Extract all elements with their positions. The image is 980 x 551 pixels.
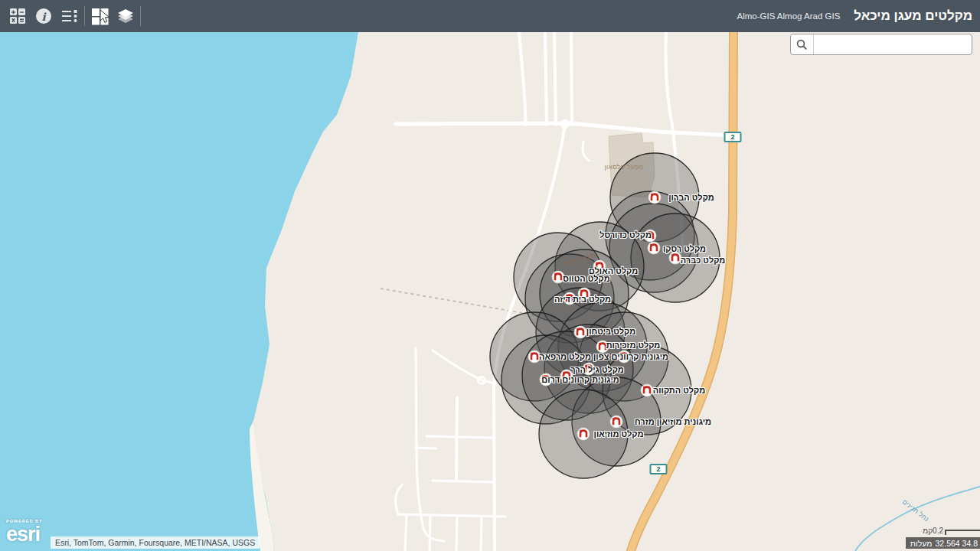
coordinate-values: 32.564 34.8 (936, 539, 978, 548)
header-toolbar: i (0, 0, 142, 32)
shelter-label[interactable]: מיגונית מוזיאון מזרח (635, 417, 711, 426)
gis-app-window: i (0, 0, 980, 551)
legend-icon[interactable] (57, 0, 83, 32)
search-box (790, 34, 972, 55)
shelter-label[interactable]: מקלט מזכירות (606, 341, 661, 350)
layers-icon[interactable] (113, 0, 139, 32)
shelter-marker-icon[interactable] (573, 325, 587, 339)
shelter-label[interactable]: מקלט הטווס (563, 274, 609, 283)
coordinates-badge: מעלות 32.564 34.8 (906, 537, 980, 549)
shelter-label[interactable]: מקלט רסקו (663, 244, 706, 253)
shelter-label[interactable]: מיגונית קרוונים דרום (541, 375, 619, 384)
info-icon[interactable]: i (31, 0, 57, 32)
shelter-marker-icon[interactable] (640, 383, 654, 397)
shelter-marker-icon[interactable] (577, 427, 590, 441)
map-canvas[interactable]: מקלט הברוןמקלט כדורסלמקלט רסקומקלט כברהמ… (0, 32, 980, 551)
esri-logo: POWERED BY esri (6, 520, 43, 546)
search-icon[interactable] (791, 34, 814, 54)
shelter-label[interactable]: מקלט התקווה (653, 386, 705, 395)
shelter-label[interactable]: מקלט הברון (668, 193, 714, 202)
search-input[interactable] (814, 34, 972, 54)
shelter-label[interactable]: מקלט מוזיאון (594, 429, 644, 439)
toolbar-divider (84, 6, 85, 26)
basemap-gallery-icon[interactable] (87, 0, 113, 32)
road-shield: 2 (650, 464, 668, 474)
page-title: מקלטים מעגן מיכאל (854, 8, 972, 24)
shelter-label[interactable]: מקלט בית דיזה (554, 295, 611, 304)
app-header: i (0, 0, 980, 32)
map-attribution: Esri, TomTom, Garmin, Foursquare, METI/N… (51, 536, 260, 549)
shelter-label[interactable]: מקלט ביטחון (586, 327, 635, 336)
shelter-label[interactable]: מיגונית קרוונים צפון (593, 352, 668, 361)
scale-bar: 0.2קמ (923, 527, 980, 535)
degrees-label: מעלות (910, 539, 933, 548)
toolbar-divider (140, 6, 141, 26)
shelter-marker-icon[interactable] (609, 415, 623, 429)
app-subtitle: Almo-GIS Almog Arad GIS (737, 11, 840, 21)
scale-bar-line (945, 530, 980, 535)
calculator-icon[interactable] (5, 0, 31, 32)
shelter-label[interactable]: מקלט מרפאה (539, 352, 591, 361)
shelter-label[interactable]: מקלט גיל הרך (570, 365, 624, 374)
basemap-svg (0, 32, 980, 551)
esri-brand-label: esri (6, 523, 40, 546)
scale-label: 0.2קמ (923, 527, 943, 535)
road-shield: 2 (724, 132, 742, 142)
shelter-marker-icon[interactable] (648, 191, 662, 204)
shelter-marker-icon[interactable] (647, 241, 661, 255)
shelter-label[interactable]: מקלט כדורסל (599, 230, 652, 240)
shelter-label[interactable]: מקלט כברה (681, 256, 726, 265)
